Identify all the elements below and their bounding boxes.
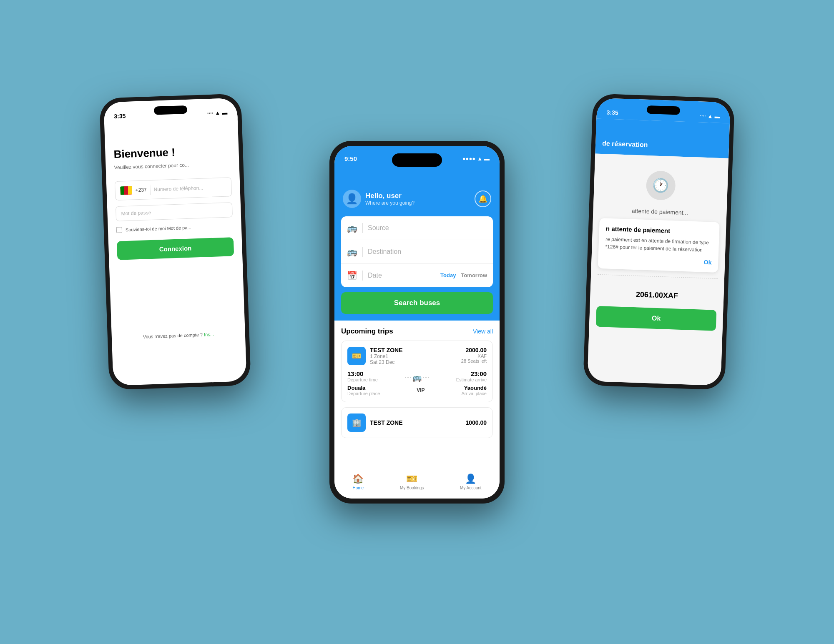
left-title: Bienvenue ! — [113, 144, 231, 161]
account-icon: 👤 — [465, 474, 476, 484]
right-body: 🕐 attente de paiement... n attente de pa… — [587, 154, 728, 386]
dest-divider — [362, 247, 363, 257]
modal-ok-button[interactable]: Ok — [605, 256, 711, 266]
trips-title: Upcoming trips — [341, 327, 393, 336]
dot5 — [425, 377, 427, 378]
modal-title: n attente de paiement — [606, 225, 713, 236]
from-info: Douala Departure place — [347, 385, 380, 396]
wifi-right: ▲ — [707, 113, 713, 119]
tomorrow-option[interactable]: Tomorrow — [461, 272, 487, 278]
destination-input[interactable]: Destination — [368, 248, 401, 256]
trip-company-2: TEST ZONE — [370, 419, 403, 426]
departure-info: 13:00 Departure time — [347, 370, 378, 382]
nav-bookings[interactable]: 🎫 My Bookings — [400, 474, 424, 490]
right-header-title: de réservation — [602, 140, 648, 148]
notch-left — [154, 105, 188, 115]
trip-currency-1: XAF — [461, 353, 487, 358]
to-label: Arrival place — [461, 391, 487, 396]
nav-home[interactable]: 🏠 Home — [352, 474, 364, 490]
phone-placeholder: Numero de téléphon... — [153, 185, 203, 192]
trip-info-1: TEST ZONE 1 Zone1 Sat 23 Dec — [370, 347, 403, 365]
greeting: Hello, user — [365, 192, 414, 200]
trip-card-2[interactable]: 🏢 TEST ZONE 1000.00 — [341, 407, 493, 438]
trip-price-1: 2000.00 — [461, 347, 487, 353]
date-field[interactable]: 📅 Date Today Tomorrow — [341, 264, 493, 287]
notification-button[interactable]: 🔔 — [475, 190, 491, 207]
center-header: 👤 Hello, user Where are you going? 🔔 — [334, 167, 500, 216]
date-label[interactable]: Date — [368, 272, 382, 279]
trip-logo-2: 🏢 — [347, 413, 366, 432]
arrival-time: 23:00 — [456, 370, 487, 377]
source-field[interactable]: 🚌 Source — [341, 216, 493, 240]
remember-checkbox[interactable] — [116, 227, 122, 233]
trips-header: Upcoming trips View all — [341, 327, 493, 336]
dots-right: ···· — [700, 113, 706, 119]
destination-field[interactable]: 🚌 Destination — [341, 240, 493, 264]
battery-icon: ▬ — [222, 109, 228, 115]
signup-text: Vous n'avez pas de compte ? — [143, 332, 203, 339]
password-placeholder: Mot de passe — [121, 210, 151, 217]
date-divider — [362, 271, 363, 281]
from-place: Douala — [347, 385, 380, 391]
bus-icon-source: 🚌 — [347, 223, 357, 233]
dot6 — [428, 377, 429, 378]
signup-row: Vous n'avez pas de compte ? Ins... — [120, 331, 237, 340]
view-all-link[interactable]: View all — [473, 328, 493, 335]
calendar-icon: 📅 — [347, 271, 357, 281]
status-icons-left: ···· ▲ ▬ — [207, 109, 228, 116]
trip-route-row: 13:00 Departure time 🚌 23:00 — [347, 370, 487, 382]
trip-route-1: 1 Zone1 — [370, 353, 403, 359]
home-label: Home — [352, 486, 364, 490]
login-button[interactable]: Connexion — [117, 237, 234, 260]
signup-link[interactable]: Ins... — [204, 332, 214, 337]
user-avatar: 👤 — [343, 190, 361, 208]
modal-body: re paiement est en attente de firmation … — [605, 236, 712, 254]
time-center: 9:50 — [344, 155, 357, 162]
phone-code: +237 — [135, 187, 147, 193]
source-input[interactable]: Source — [368, 224, 389, 232]
route-dots: 🚌 — [378, 373, 456, 382]
flag-cameroon — [120, 186, 132, 195]
dot4 — [423, 377, 424, 378]
home-icon: 🏠 — [352, 474, 364, 484]
remember-row[interactable]: Souviens-toi de moi Mot de pa... — [116, 223, 233, 233]
time-left: 3:35 — [114, 113, 126, 120]
arrival-info: 23:00 Estimate arrive — [456, 370, 487, 382]
header-text: Hello, user Where are you going? — [365, 192, 414, 206]
battery-right: ▬ — [714, 113, 720, 119]
bookings-icon: 🎫 — [406, 474, 417, 484]
bottom-nav: 🏠 Home 🎫 My Bookings 👤 My Account — [334, 470, 500, 499]
status-icons-right: ···· ▲ ▬ — [700, 113, 720, 120]
divider — [150, 185, 151, 195]
trip-logo-area-1: 🎫 TEST ZONE 1 Zone1 Sat 23 Dec — [347, 347, 403, 365]
search-buses-button[interactable]: Search buses — [341, 292, 493, 314]
pending-label: attente de paiement... — [632, 208, 688, 216]
dot2 — [407, 377, 409, 378]
header-subtitle: Where are you going? — [365, 200, 414, 206]
vip-badge: VIP — [417, 387, 425, 393]
ok-button[interactable]: Ok — [596, 306, 717, 331]
avatar-icon: 👤 — [346, 193, 358, 205]
trip-date-1: Sat 23 Dec — [370, 359, 403, 365]
today-option[interactable]: Today — [440, 272, 456, 278]
trip-info-2: TEST ZONE — [370, 419, 403, 426]
to-place: Yaoundé — [461, 385, 487, 391]
trip-price-area-1: 2000.00 XAF 28 Seats left — [461, 347, 487, 363]
phone-input-row[interactable]: +237 Numero de téléphon... — [115, 177, 232, 200]
nav-account[interactable]: 👤 My Account — [460, 474, 482, 490]
header-user: 👤 Hello, user Where are you going? — [343, 190, 414, 208]
trip-card-1[interactable]: 🎫 TEST ZONE 1 Zone1 Sat 23 Dec 2000.00 X… — [341, 341, 493, 402]
search-form: 🚌 Source 🚌 Destination 📅 Date Today Tomo… — [334, 216, 500, 321]
remember-label: Souviens-toi de moi Mot de pa... — [126, 225, 191, 232]
notch-right — [647, 105, 681, 115]
trip-logo-1: 🎫 — [347, 347, 366, 365]
battery-icon-center: ▬ — [484, 155, 490, 162]
time-right: 3:35 — [606, 109, 618, 116]
date-options: Today Tomorrow — [440, 272, 487, 278]
trip-price-2-area: 1000.00 — [465, 419, 487, 426]
wifi-icon: ▲ — [215, 110, 220, 116]
password-input[interactable]: Mot de passe — [116, 202, 233, 221]
trip-places-row: Douala Departure place VIP Yaoundé Arriv… — [347, 385, 487, 396]
from-label: Departure place — [347, 391, 380, 396]
center-phone: 9:50 ●●●● ▲ ▬ 👤 Hello, user Where are yo… — [329, 141, 505, 504]
